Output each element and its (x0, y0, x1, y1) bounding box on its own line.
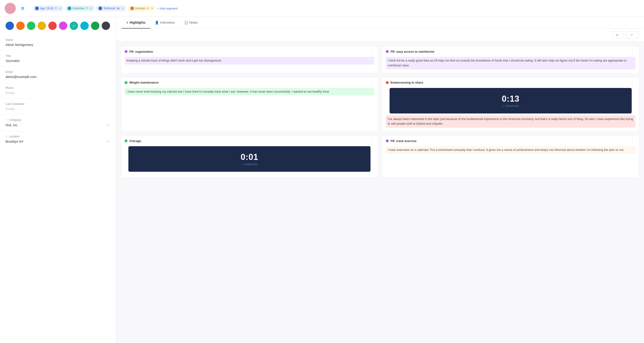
play-icon: ▷ (616, 33, 618, 36)
highlight-text-fr-track-exercise: I track exercises on a calendar. Put a c… (386, 146, 636, 154)
globe-icon: 🌐 (21, 7, 24, 10)
dot-fr-organization (125, 50, 128, 53)
segment-icon-brooklyn (130, 6, 134, 10)
dot-embarrassing-to-share (386, 81, 389, 84)
segment-icon-technical (98, 6, 102, 10)
video-block-chicago[interactable]: 0:01 ▷ DURATION (128, 146, 370, 172)
profile-fields: Name Alexis MontgomeryTitle JournalistEm… (0, 34, 116, 152)
dot-fr-easy-access (386, 50, 389, 53)
field-group-name: Name Alexis Montgomery (0, 34, 116, 51)
video-label-chicago: ▷ DURATION (242, 163, 258, 166)
main-layout: ✓ Name Alexis MontgomeryTitle Journalist… (0, 17, 644, 343)
segment-tag-suburban[interactable]: Suburban7✕ (65, 5, 94, 11)
app-container: 🌐 Age: 18-267✕Suburban7✕Technical14✕broo… (0, 0, 644, 343)
highlight-text-fr-organization: Keeping a mental track of things didn't … (125, 57, 374, 64)
card-header: FR: organization ⋮ (121, 46, 378, 56)
field-label: Title (6, 54, 110, 57)
color-dot-green[interactable] (27, 21, 35, 30)
company-value: Huli, Inc. (6, 123, 18, 127)
card-body-embarrassing-to-share: 0:13 ▷ DURATION I've always been interes… (382, 87, 639, 132)
card-menu-fr-track-exercise[interactable]: ⋮ (629, 138, 636, 143)
tag-icon[interactable]: 🏷 (106, 123, 110, 127)
segment-remove-age[interactable]: ✕ (59, 7, 61, 10)
card-title-row: FR: organization (125, 50, 153, 53)
field-group-phone: Phone Empty (0, 83, 116, 99)
card-title-row: Chicago (125, 139, 141, 143)
video-label-embarrassing-to-share: ▷ DURATION (502, 105, 519, 107)
tab-label-interviews: Interviews (160, 21, 175, 24)
play-highlight-reel-button[interactable]: ▷ (612, 31, 624, 38)
color-dot-cyan[interactable] (80, 21, 89, 30)
play-tri-icon: ▷ (502, 105, 504, 107)
tab-notes[interactable]: 📋Notes (180, 17, 203, 28)
color-dot-bright-green[interactable] (91, 21, 99, 30)
card-menu-fr-easy-access[interactable]: ⋮ (629, 49, 636, 54)
highlight-text-embarrassing-to-share: I've always been interested in the topic… (386, 115, 636, 128)
add-segment-button[interactable]: + Add segment (158, 7, 178, 10)
color-dot-yellow[interactable] (38, 21, 46, 30)
field-group-last-contacted: Last Contacted Empty (0, 99, 116, 115)
location-label: Location (9, 135, 20, 138)
field-group-email: Email alexis@example.com (0, 67, 116, 83)
card-menu-fr-organization[interactable]: ⋮ (368, 49, 374, 54)
company-value-row: Huli, Inc. 🏷 (6, 123, 110, 127)
card-menu-chicago[interactable]: ⋮ (368, 138, 374, 143)
highlight-text-fr-easy-access: I think it'd be a really good idea as it… (386, 57, 636, 69)
dot-fr-track-exercise (386, 139, 389, 142)
tab-icon-interviews: 👤 (155, 21, 159, 24)
company-header: ⠿ Company (6, 118, 110, 122)
field-value: Empty (6, 91, 110, 95)
segment-tag-technical[interactable]: Technical14✕ (96, 5, 126, 11)
user-name: 🌐 (20, 7, 24, 10)
card-body-fr-easy-access: I think it'd be a really good idea as it… (382, 56, 639, 73)
tab-interviews[interactable]: 👤Interviews (150, 17, 180, 28)
segment-remove-brooklyn[interactable]: ✕ (151, 7, 153, 10)
left-panel: ✓ Name Alexis MontgomeryTitle Journalist… (0, 17, 116, 343)
field-value: Empty (6, 107, 110, 111)
segment-remove-technical[interactable]: ✕ (122, 7, 124, 10)
field-group-title: Title Journalist (0, 51, 116, 67)
card-title-row: FR: track exercise (386, 139, 416, 143)
card-title-row: Weight maintenance (125, 81, 158, 84)
location-header: ⠿ Location (6, 135, 110, 138)
drag-handle-icon-loc: ⠿ (6, 135, 8, 138)
field-label: Last Contacted (6, 102, 110, 106)
highlight-card-embarrassing-to-share: Embarrassing to share ⋮ 0:13 ▷ DURATION … (382, 77, 639, 132)
card-header: FR: track exercise ⋮ (382, 136, 639, 145)
card-title-weight-maintenance: Weight maintenance (129, 81, 158, 84)
tab-icon-notes: 📋 (184, 21, 188, 24)
color-dot-orange[interactable] (16, 21, 24, 30)
company-label: Company (9, 118, 21, 122)
color-dot-blue[interactable] (6, 21, 14, 30)
segment-remove-suburban[interactable]: ✕ (90, 7, 92, 10)
card-header: Weight maintenance ⋮ (121, 77, 378, 87)
card-title-fr-organization: FR: organization (129, 50, 153, 53)
add-as-insight-button[interactable]: ☆ (626, 31, 638, 38)
tag-icon-loc[interactable]: 🏷 (106, 139, 110, 144)
tab-label-notes: Notes (190, 21, 198, 24)
highlight-card-weight-maintenance: Weight maintenance ⋮ I have never tried … (121, 77, 378, 132)
color-dot-purple[interactable] (59, 21, 67, 30)
card-menu-weight-maintenance[interactable]: ⋮ (368, 80, 374, 85)
tab-highlights[interactable]: ≡Highlights (122, 17, 150, 28)
card-body-fr-organization: Keeping a mental track of things didn't … (121, 56, 378, 68)
card-title-row: Embarrassing to share (386, 81, 423, 84)
segment-icon-suburban (68, 6, 71, 10)
color-dot-dark[interactable] (102, 21, 110, 30)
highlight-text-weight-maintenance: I have never tried tracking my calories … (125, 88, 374, 96)
video-block-embarrassing-to-share[interactable]: 0:13 ▷ DURATION (390, 88, 632, 113)
highlight-card-fr-organization: FR: organization ⋮ Keeping a mental trac… (121, 46, 378, 73)
highlight-card-fr-easy-access: FR: easy access to nutritionist ⋮ I thin… (382, 46, 639, 73)
color-dot-red[interactable] (48, 21, 57, 30)
card-menu-embarrassing-to-share[interactable]: ⋮ (629, 80, 636, 85)
header: 🌐 Age: 18-267✕Suburban7✕Technical14✕broo… (0, 0, 644, 17)
color-dot-checked-teal[interactable]: ✓ (70, 21, 78, 30)
play-tri-icon: ▷ (242, 163, 243, 166)
field-value: Journalist (6, 59, 110, 63)
card-body-fr-track-exercise: I track exercises on a calendar. Put a c… (382, 145, 639, 158)
segment-tag-age[interactable]: Age: 18-267✕ (33, 5, 64, 11)
field-label: Email (6, 70, 110, 73)
field-label: Name (6, 38, 110, 41)
check-mark: ✓ (72, 24, 76, 28)
segment-tag-brooklyn[interactable]: brooklyn1✕ (128, 5, 155, 11)
